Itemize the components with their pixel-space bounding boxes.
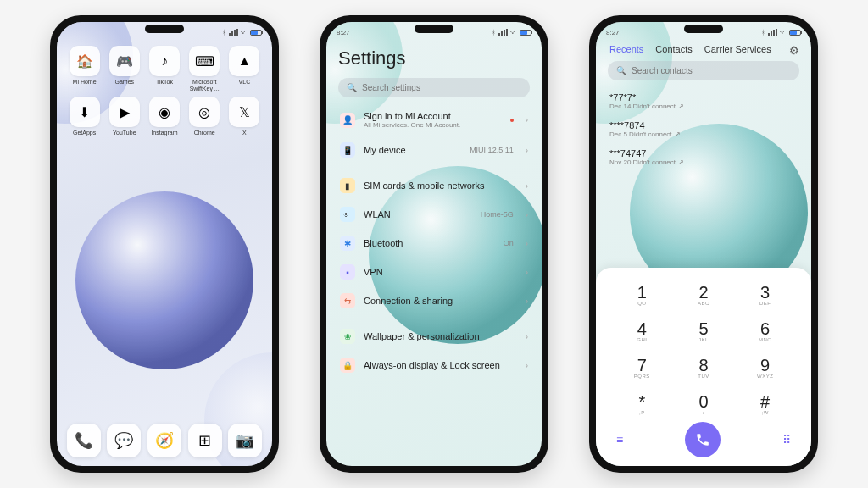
- battery-icon: [789, 30, 801, 36]
- outgoing-icon: ↗: [678, 103, 684, 110]
- app-mi-home[interactable]: 🏠Mi Home: [65, 46, 103, 92]
- app-vlc[interactable]: ▲VLC: [225, 46, 264, 92]
- row-label: Bluetooth: [364, 238, 495, 248]
- settings-row-sim-cards-mobile-networks[interactable]: ▮ SIM cards & mobile networks ›: [338, 171, 530, 200]
- bluetooth-icon: ᚼ: [222, 29, 226, 36]
- dialpad-toggle-icon[interactable]: ⠿: [782, 433, 791, 446]
- tab-carrier[interactable]: Carrier Services: [704, 44, 771, 54]
- dialer-screen: 8:27 ᚼ ᯤ ⚙ Recents Contacts Carrier Serv…: [596, 22, 811, 466]
- dock-camera[interactable]: 📷: [228, 424, 262, 458]
- app-label: YouTube: [113, 130, 136, 136]
- key-0[interactable]: 0+: [673, 385, 735, 422]
- dialpad: 1QO2ABC3DEF4GHI5JKL6MNO7PQRS8TUV9WXYZ*,P…: [596, 268, 811, 466]
- settings-row-account[interactable]: 👤 Sign in to Mi Account All Mi services.…: [338, 104, 530, 136]
- settings-row-bluetooth[interactable]: ✱ Bluetooth On ›: [338, 229, 530, 258]
- settings-row-wlan[interactable]: ᯤ WLAN Home-5G ›: [338, 200, 530, 229]
- call-entry[interactable]: ***74747 Nov 20 Didn't connect ↗: [608, 143, 799, 171]
- settings-list: 👤 Sign in to Mi Account All Mi services.…: [338, 104, 530, 380]
- key-3[interactable]: 3DEF: [734, 276, 796, 313]
- key-1[interactable]: 1QO: [611, 276, 673, 313]
- app-icon: 🎮: [109, 46, 140, 76]
- app-label: Microsoft SwiftKey ...: [186, 79, 224, 92]
- chevron-icon: ›: [526, 146, 528, 155]
- signal-icon: [229, 29, 238, 36]
- wifi-icon: ᯤ: [241, 29, 248, 36]
- notch: [145, 25, 184, 33]
- dock-more[interactable]: ⊞: [188, 424, 222, 458]
- dock-phone[interactable]: 📞: [67, 424, 101, 458]
- search-placeholder: Search contacts: [632, 66, 693, 75]
- outgoing-icon: ↗: [675, 130, 681, 138]
- call-entry[interactable]: *77*7* Dec 14 Didn't connect ↗: [608, 87, 799, 115]
- signal-icon: [768, 29, 777, 36]
- key-2[interactable]: 2ABC: [673, 276, 735, 313]
- row-label: SIM cards & mobile networks: [364, 180, 517, 191]
- key-letters: GHI: [637, 337, 647, 343]
- search-icon: 🔍: [616, 66, 626, 75]
- key-6[interactable]: 6MNO: [734, 313, 796, 349]
- account-title: Sign in to Mi Account: [364, 111, 451, 121]
- row-value: On: [504, 239, 514, 247]
- dock-messages[interactable]: 💬: [107, 424, 141, 458]
- key-9[interactable]: 9WXYZ: [734, 349, 796, 385]
- key-*[interactable]: *,P: [611, 385, 673, 422]
- call-meta: Dec 5 Didn't connect ↗: [609, 130, 798, 138]
- chevron-icon: ›: [526, 361, 528, 370]
- key-letters: TUV: [698, 374, 709, 380]
- call-button[interactable]: [685, 422, 721, 458]
- app-tiktok[interactable]: ♪TikTok: [145, 46, 183, 92]
- row-label: VPN: [364, 267, 517, 277]
- battery-icon: [250, 30, 262, 36]
- settings-row-always-on-display-lock-screen[interactable]: 🔒 Always-on display & Lock screen ›: [338, 351, 530, 380]
- menu-icon[interactable]: ≡: [616, 433, 623, 446]
- tab-recents[interactable]: Recents: [609, 44, 643, 54]
- settings-row-connection-sharing[interactable]: ⇆ Connection & sharing ›: [338, 286, 530, 315]
- row-value: Home-5G: [481, 210, 514, 219]
- clock: 8:27: [337, 29, 350, 36]
- app-microsoft-swiftkey-[interactable]: ⌨Microsoft SwiftKey ...: [186, 46, 224, 92]
- dock: 📞💬🧭⊞📷: [64, 424, 265, 458]
- settings-row-vpn[interactable]: ▪ VPN ›: [338, 258, 530, 286]
- app-x[interactable]: 𝕏X: [225, 97, 264, 136]
- outgoing-icon: ↗: [678, 158, 684, 166]
- call-entry[interactable]: ****7874 Dec 5 Didn't connect ↗: [608, 115, 799, 143]
- app-getapps[interactable]: ⬇GetApps: [65, 97, 103, 136]
- search-contacts[interactable]: 🔍 Search contacts: [608, 61, 799, 80]
- dock-browser[interactable]: 🧭: [147, 424, 181, 458]
- settings-gear-icon[interactable]: ⚙: [789, 44, 799, 57]
- app-chrome[interactable]: ◎Chrome: [186, 97, 224, 136]
- search-icon: 🔍: [347, 83, 357, 92]
- key-letters: QO: [637, 301, 646, 307]
- phone-home: ᚼ ᯤ 🏠Mi Home🎮Games♪TikTok⌨Microsoft Swif…: [50, 15, 279, 473]
- row-icon: ▮: [340, 178, 355, 193]
- page-title: Settings: [338, 47, 530, 69]
- settings-row-my-device[interactable]: 📱 My device MIUI 12.5.11 ›: [338, 136, 530, 164]
- notch: [415, 25, 453, 33]
- row-icon: 🔒: [340, 358, 355, 373]
- key-digit: 3: [760, 283, 770, 302]
- key-#[interactable]: #;W: [734, 385, 796, 422]
- app-youtube[interactable]: ▶YouTube: [105, 97, 143, 136]
- chevron-icon: ›: [526, 210, 528, 219]
- app-games[interactable]: 🎮Games: [105, 46, 143, 92]
- key-letters: MNO: [759, 337, 772, 343]
- key-5[interactable]: 5JKL: [673, 313, 735, 349]
- key-7[interactable]: 7PQRS: [611, 349, 673, 385]
- app-label: Games: [115, 79, 135, 86]
- key-4[interactable]: 4GHI: [611, 313, 673, 349]
- settings-row-wallpaper-personalization[interactable]: ❀ Wallpaper & personalization ›: [338, 322, 530, 351]
- key-8[interactable]: 8TUV: [673, 349, 735, 385]
- notification-dot: [510, 119, 514, 122]
- row-icon: 📱: [340, 142, 355, 158]
- key-letters: +: [702, 410, 705, 416]
- key-digit: *: [638, 392, 645, 412]
- app-label: GetApps: [73, 130, 96, 136]
- app-label: X: [242, 130, 247, 136]
- app-instagram[interactable]: ◉Instagram: [145, 97, 183, 136]
- search-settings[interactable]: 🔍 Search settings: [338, 78, 530, 97]
- app-label: Mi Home: [73, 79, 97, 86]
- key-digit: 4: [637, 319, 647, 339]
- clock: 8:27: [606, 29, 620, 36]
- settings-screen: 8:27 ᚼ ᯤ Settings 🔍 Search settings 👤 Si…: [326, 22, 542, 466]
- tab-contacts[interactable]: Contacts: [655, 44, 692, 54]
